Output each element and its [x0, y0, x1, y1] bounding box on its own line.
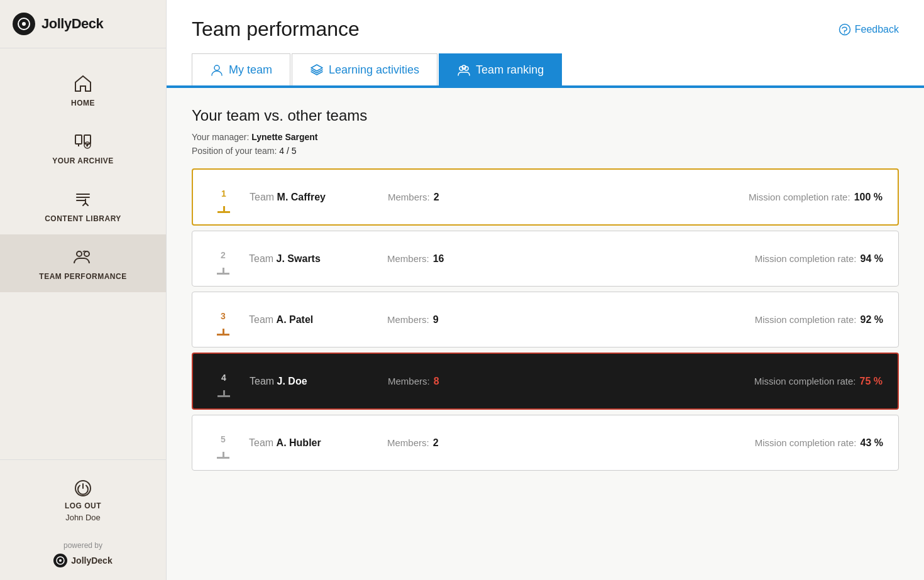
section-title: Your team vs. other teams	[192, 107, 899, 124]
sidebar-item-archive-label: YOUR ARCHIVE	[52, 156, 114, 165]
table-row[interactable]: 4 Team J. Doe Members: 8 Mission complet…	[192, 353, 899, 410]
content-area: Your team vs. other teams Your manager: …	[167, 88, 924, 580]
medal-container: 1	[208, 181, 239, 213]
library-icon	[72, 188, 94, 211]
sidebar: JollyDeck HOME YOUR ARCHIV	[0, 0, 167, 580]
medal-container: 4	[208, 365, 239, 397]
main-content: Team performance Feedback My team	[167, 0, 924, 580]
team-ranking-icon	[457, 63, 471, 77]
sidebar-item-home[interactable]: HOME	[0, 61, 166, 119]
ranking-list: 1 Team M. Caffrey Members: 2 Mission com…	[192, 168, 899, 471]
learning-icon	[310, 63, 324, 77]
medal-circle: 4	[211, 365, 236, 390]
team-name: Team A. Patel	[249, 314, 387, 326]
powered-by-brand: JollyDeck	[71, 555, 112, 566]
feedback-label: Feedback	[855, 24, 899, 35]
logo-container: JollyDeck	[0, 0, 166, 48]
members-section: Members: 9	[387, 314, 669, 326]
medal-container: 3	[207, 304, 239, 336]
position-value: 4 / 5	[279, 146, 296, 156]
svg-point-11	[844, 33, 845, 34]
tab-my-team[interactable]: My team	[192, 53, 290, 85]
svg-point-6	[84, 251, 89, 256]
medal-icon: 4	[211, 365, 236, 397]
table-row[interactable]: 2 Team J. Swarts Members: 16 Mission com…	[192, 231, 899, 287]
members-section: Members: 2	[388, 192, 669, 203]
manager-name: Lynette Sargent	[251, 132, 317, 142]
tab-team-ranking[interactable]: Team ranking	[439, 53, 562, 85]
powered-by-logo: JollyDeck	[53, 554, 112, 567]
tab-learning-label: Learning activities	[329, 63, 419, 77]
position-label: Position of your team:	[192, 146, 277, 156]
svg-point-1	[22, 22, 26, 26]
completion-section: Mission completion rate: 43 %	[669, 437, 883, 449]
team-icon	[72, 246, 94, 268]
medal-circle: 2	[211, 243, 236, 268]
nav-items: HOME YOUR ARCHIVE	[0, 48, 166, 459]
medal-icon: 3	[211, 304, 236, 336]
members-section: Members: 2	[387, 437, 669, 449]
sidebar-item-home-label: HOME	[71, 99, 95, 107]
medal-icon: 5	[211, 427, 236, 459]
sidebar-bottom: LOG OUT John Doe powered by JollyDeck	[0, 459, 166, 580]
tab-my-team-label: My team	[229, 63, 272, 77]
medal-icon: 2	[211, 243, 236, 275]
sidebar-item-team-performance[interactable]: TEAM PERFORMANCE	[0, 234, 166, 292]
medal-container: 5	[207, 427, 239, 459]
completion-section: Mission completion rate: 100 %	[669, 192, 883, 203]
tab-learning-activities[interactable]: Learning activities	[292, 53, 437, 85]
completion-section: Mission completion rate: 92 %	[669, 314, 883, 326]
completion-section: Mission completion rate: 75 %	[669, 376, 883, 387]
position-info: Position of your team: 4 / 5	[192, 146, 899, 156]
medal-icon: 1	[211, 181, 236, 213]
table-row[interactable]: 5 Team A. Hubler Members: 2 Mission comp…	[192, 415, 899, 471]
sidebar-item-library-label: CONTENT LIBRARY	[45, 214, 121, 223]
tab-team-ranking-label: Team ranking	[476, 63, 544, 77]
tabs-container: My team Learning activities Team ranking	[167, 53, 924, 88]
team-name: Team J. Swarts	[249, 253, 387, 265]
sidebar-item-team-label: TEAM PERFORMANCE	[39, 272, 126, 281]
team-name: Team A. Hubler	[249, 437, 387, 449]
manager-label: Your manager:	[192, 132, 249, 142]
table-row[interactable]: 3 Team A. Patel Members: 9 Mission compl…	[192, 292, 899, 347]
sidebar-item-content-library[interactable]: CONTENT LIBRARY	[0, 177, 166, 234]
logout-button[interactable]: LOG OUT John Doe	[58, 473, 107, 528]
medal-circle: 5	[211, 427, 236, 452]
logo-text: JollyDeck	[41, 16, 103, 32]
medal-circle: 1	[211, 181, 236, 206]
members-section: Members: 16	[387, 253, 669, 265]
page-title: Team performance	[192, 18, 360, 41]
powered-by-text: powered by	[63, 541, 102, 550]
feedback-icon	[839, 23, 851, 36]
svg-point-9	[59, 559, 62, 562]
team-name: Team M. Caffrey	[250, 192, 388, 203]
svg-point-12	[214, 65, 219, 70]
svg-rect-2	[75, 135, 82, 144]
home-icon	[72, 72, 94, 95]
svg-point-5	[77, 251, 82, 256]
logout-label: LOG OUT	[65, 501, 101, 510]
user-name: John Doe	[65, 513, 101, 522]
main-header: Team performance Feedback	[167, 0, 924, 53]
manager-info: Your manager: Lynette Sargent	[192, 132, 899, 142]
logo-icon	[13, 13, 35, 35]
archive-icon	[72, 130, 94, 153]
medal-container: 2	[207, 243, 239, 275]
sidebar-item-your-archive[interactable]: YOUR ARCHIVE	[0, 119, 166, 177]
team-name: Team J. Doe	[250, 376, 388, 387]
members-section: Members: 8	[388, 376, 669, 387]
medal-circle: 3	[211, 304, 236, 329]
feedback-button[interactable]: Feedback	[839, 23, 899, 36]
powered-logo-icon	[53, 554, 67, 567]
powered-by: powered by JollyDeck	[53, 541, 112, 567]
completion-section: Mission completion rate: 94 %	[669, 253, 883, 265]
table-row[interactable]: 1 Team M. Caffrey Members: 2 Mission com…	[192, 168, 899, 226]
my-team-icon	[210, 63, 224, 77]
